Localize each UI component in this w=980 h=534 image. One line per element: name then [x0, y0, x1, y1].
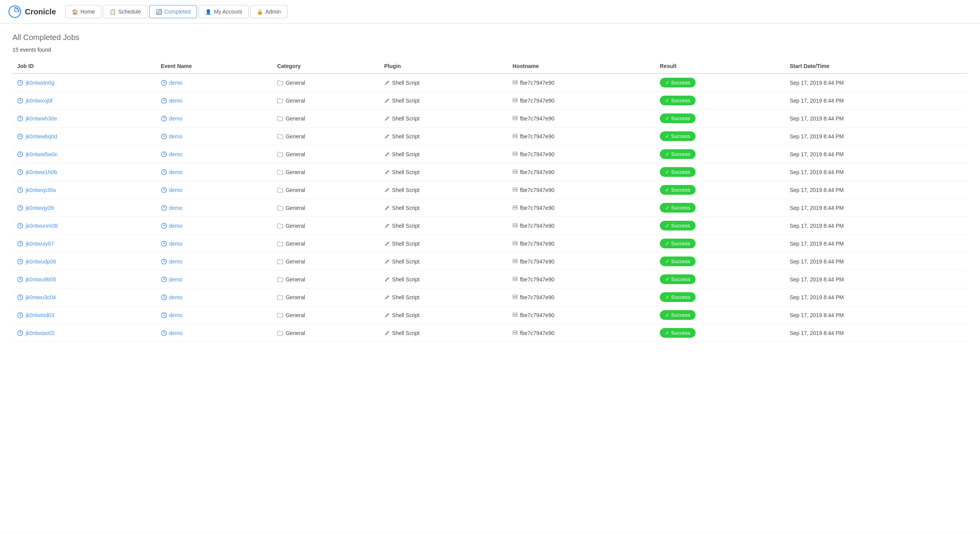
job-id-link[interactable]: jk0ntwuiy07: [17, 241, 152, 247]
event-link[interactable]: demo: [161, 169, 268, 175]
event-link[interactable]: demo: [161, 151, 268, 157]
event-link[interactable]: demo: [161, 133, 268, 140]
col-hostname: Hostname: [508, 59, 655, 73]
event-clock-icon: [161, 223, 167, 229]
server-icon: [513, 259, 518, 264]
plugin-cell: Shell Script: [384, 205, 503, 211]
tab-schedule[interactable]: 📋 Schedule: [103, 5, 147, 18]
event-link[interactable]: demo: [161, 241, 268, 247]
svg-point-132: [516, 297, 517, 298]
table-row: jk0ntwwh30e demo General: [12, 110, 968, 127]
svg-rect-29: [513, 116, 517, 118]
success-badge: ✓ Success: [660, 203, 696, 213]
job-id-link[interactable]: jk0ntwunm08: [17, 223, 152, 229]
job-id-link[interactable]: jk0ntwtxd03: [17, 312, 152, 318]
event-clock-icon: [161, 98, 167, 104]
event-link[interactable]: demo: [161, 80, 268, 86]
table-row: jk0ntwxtn0g demo General: [12, 73, 968, 92]
event-link[interactable]: demo: [161, 115, 268, 122]
check-icon: ✓: [665, 133, 670, 139]
job-clock-icon: [17, 169, 23, 175]
hostname-cell: fbe7c7947e90: [513, 151, 650, 157]
job-id-link[interactable]: jk0ntwwbq0d: [17, 133, 152, 140]
app-name: Cronicle: [25, 7, 56, 16]
svg-point-92: [516, 226, 517, 227]
job-id-link[interactable]: jk0ntww1h0b: [17, 169, 152, 175]
cell-category: General: [272, 181, 380, 199]
tab-my-account[interactable]: 👤 My Account: [199, 5, 248, 18]
category-cell: General: [277, 115, 375, 122]
job-id-link[interactable]: jk0ntwxtn0g: [17, 80, 152, 86]
job-id-link[interactable]: jk0ntwxoj0f: [17, 98, 152, 104]
col-plugin: Plugin: [380, 59, 508, 73]
job-id-link[interactable]: jk0ntwu3c04: [17, 294, 152, 300]
table-header: Job ID Event Name Category Plugin Hostna…: [12, 59, 968, 73]
logo: Cronicle: [8, 5, 56, 19]
job-id-link[interactable]: jk0ntwvp30a: [17, 187, 152, 193]
cell-event-name: demo: [156, 110, 273, 127]
job-id-link[interactable]: jk0ntwu9b05: [17, 276, 152, 283]
folder-icon: [277, 80, 283, 86]
category-cell: General: [277, 258, 375, 265]
cell-result: ✓ Success: [655, 73, 785, 92]
cell-job-id: jk0ntwvp30a: [12, 181, 156, 199]
wrench-icon: [384, 277, 390, 282]
event-link[interactable]: demo: [161, 276, 268, 283]
plugin-cell: Shell Script: [384, 80, 503, 86]
tab-completed[interactable]: 🔄 Completed: [149, 5, 197, 18]
job-clock-icon: [17, 98, 23, 104]
cell-event-name: demo: [156, 181, 273, 199]
plugin-cell: Shell Script: [384, 133, 503, 140]
server-icon: [513, 98, 518, 103]
cell-result: ✓ Success: [655, 127, 785, 145]
cell-datetime: Sep 17, 2019 8:44 PM: [785, 73, 968, 92]
cell-plugin: Shell Script: [380, 199, 508, 217]
job-id-link[interactable]: jk0ntwtao02: [17, 330, 152, 336]
cell-plugin: Shell Script: [380, 110, 508, 127]
svg-point-91: [516, 224, 517, 225]
tab-admin[interactable]: 🔒 Admin: [250, 5, 288, 18]
cell-category: General: [272, 270, 380, 288]
success-badge: ✓ Success: [660, 310, 696, 320]
cell-event-name: demo: [156, 217, 273, 235]
tab-home[interactable]: 🏠 Home: [65, 5, 101, 18]
cell-result: ✓ Success: [655, 306, 785, 324]
cell-event-name: demo: [156, 127, 273, 145]
event-link[interactable]: demo: [161, 258, 268, 265]
cell-job-id: jk0ntwtao02: [12, 324, 156, 342]
cell-hostname: fbe7c7947e90: [508, 92, 655, 110]
event-link[interactable]: demo: [161, 294, 268, 300]
event-link[interactable]: demo: [161, 312, 268, 318]
server-icon: [513, 205, 518, 211]
cell-datetime: Sep 17, 2019 8:44 PM: [785, 199, 968, 217]
event-link[interactable]: demo: [161, 187, 268, 193]
event-clock-icon: [161, 151, 167, 157]
job-clock-icon: [17, 223, 23, 229]
check-icon: ✓: [665, 258, 670, 264]
job-id-link[interactable]: jk0ntww5w0c: [17, 151, 152, 157]
cell-result: ✓ Success: [655, 217, 785, 235]
job-id-link[interactable]: jk0ntwvjy09: [17, 205, 152, 211]
job-clock-icon: [17, 312, 23, 318]
svg-rect-120: [513, 279, 517, 281]
home-icon: 🏠: [72, 9, 78, 15]
job-id-link[interactable]: jk0ntwudp06: [17, 258, 152, 265]
cell-category: General: [272, 235, 380, 253]
event-link[interactable]: demo: [161, 330, 268, 336]
check-icon: ✓: [665, 169, 670, 175]
job-id-link[interactable]: jk0ntwwh30e: [17, 115, 152, 122]
cell-job-id: jk0ntwwbq0d: [12, 127, 156, 145]
event-clock-icon: [161, 276, 167, 283]
cell-category: General: [272, 73, 380, 92]
server-icon: [513, 295, 518, 300]
success-badge: ✓ Success: [660, 167, 696, 177]
folder-icon: [277, 295, 283, 300]
event-link[interactable]: demo: [161, 98, 268, 104]
event-link[interactable]: demo: [161, 205, 268, 211]
cell-plugin: Shell Script: [380, 288, 508, 306]
cell-category: General: [272, 163, 380, 181]
category-cell: General: [277, 294, 375, 300]
event-link[interactable]: demo: [161, 223, 268, 229]
cell-category: General: [272, 92, 380, 110]
cell-job-id: jk0ntwtxd03: [12, 306, 156, 324]
